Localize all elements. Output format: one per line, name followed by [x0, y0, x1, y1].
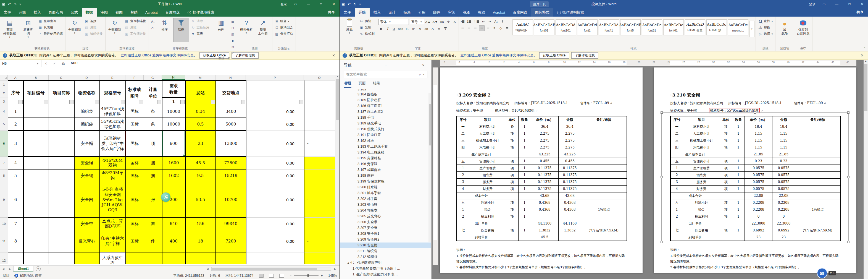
cell-m4[interactable]: 0.34 — [185, 105, 216, 118]
ribbon-button-剪切[interactable]: ✂剪切 — [358, 18, 376, 24]
nav-tab-页面[interactable]: 页面 — [359, 81, 366, 88]
scroll-left-icon[interactable]: ◀ — [204, 268, 211, 271]
nav-item-3.206 安全带[interactable]: 3.206 安全带 — [340, 219, 431, 225]
cell-n5[interactable]: 5000 — [216, 118, 246, 131]
cell-b8[interactable] — [24, 169, 49, 182]
cell-g12[interactable] — [144, 252, 162, 264]
cell-n9[interactable]: 10700 — [216, 182, 246, 217]
nav-item-3.193 电工绝缘手套[interactable]: 3.193 电工绝缘手套 — [340, 144, 431, 149]
filter-dropdown-icon[interactable] — [180, 100, 185, 104]
cell-h6[interactable]: 600 — [162, 131, 185, 157]
nav-item-3.188 手电[interactable]: 3.188 手电 — [340, 115, 431, 120]
word-tab-设计[interactable]: 设计 — [384, 8, 400, 17]
ribbon-button-refresh-all-2[interactable]: ↻全部刷新▾ — [106, 18, 123, 42]
nav-close-icon[interactable]: ✕ — [420, 64, 427, 67]
word-tab-插入[interactable]: 插入 — [370, 8, 384, 17]
cell-d8[interactable]: 安全绳 — [74, 169, 100, 182]
qat-more-icon[interactable]: ▾ — [359, 2, 361, 6]
cell-f6[interactable]: 国标 — [126, 131, 144, 157]
cell-e11[interactable]: 印有“中铁六局”字样 — [100, 230, 126, 252]
cell-a9[interactable]: 6 — [8, 182, 24, 217]
ribbon-button-高级[interactable]: ▼高级 — [190, 31, 211, 37]
cell-b7[interactable] — [24, 157, 49, 169]
vertical-ruler[interactable] — [433, 67, 438, 265]
nav-scrollbar[interactable] — [429, 93, 431, 242]
cell-p6[interactable]: 0.00 — [246, 131, 304, 157]
word-tab-文件[interactable]: 文件 — [340, 8, 355, 17]
row-header-3[interactable]: 3 — [0, 97, 8, 105]
normal-view-icon[interactable] — [259, 274, 264, 278]
nav-item-3.190 便携式头灯[interactable]: 3.190 便携式头灯 — [340, 127, 431, 132]
font-tool-icon[interactable]: A▼ — [432, 19, 438, 25]
close-icon[interactable]: ✕ — [858, 2, 866, 6]
sheet-prev-icon[interactable]: ◀ — [0, 266, 7, 272]
row-header-5[interactable]: 5 — [0, 118, 8, 131]
row-header-10[interactable]: 10 — [0, 217, 8, 230]
font-format-icon[interactable]: A — [436, 26, 442, 31]
cell-f11[interactable]: 国标 — [126, 230, 144, 252]
cell-f12[interactable] — [126, 252, 144, 264]
cell-m11[interactable]: 18 — [185, 230, 216, 252]
cell-q11[interactable]: - — [304, 230, 335, 252]
cell-n6[interactable]: 13800 — [216, 131, 246, 157]
cell-p9[interactable]: 0.00 — [246, 182, 304, 217]
selection-handle[interactable] — [660, 241, 663, 243]
cell-b11[interactable] — [24, 230, 49, 252]
cell-c12[interactable] — [49, 252, 74, 264]
excel-tab-公式[interactable]: 公式 — [67, 8, 82, 17]
cell-q6[interactable]: - — [304, 131, 335, 157]
nav-item-3.196 劳保鞋[interactable]: 3.196 劳保鞋 — [340, 161, 431, 167]
cell-e12[interactable]: 大浮力救生衣 — [100, 252, 126, 264]
cell-d5[interactable]: 编织袋 — [74, 118, 100, 131]
ribbon-mini-icon[interactable]: ◆ — [230, 38, 236, 44]
cell-h5[interactable]: 10000 — [162, 118, 185, 131]
cell-p5[interactable]: 0.00 — [246, 118, 304, 131]
nav-item-3.204 救生衣[interactable]: 3.204 救生衣 — [340, 208, 431, 214]
sheet-tab-sheet1[interactable]: Sheet1 — [13, 266, 33, 272]
floating-badge[interactable]: 58 2.6 — [817, 268, 836, 278]
name-box[interactable]: H6 ▼ — [0, 60, 41, 67]
paragraph-tool-icon[interactable]: •☰ — [460, 19, 465, 24]
cell-grid[interactable]: 1序号项目编号项目简称物资名称规格型号标准或 图号计量 单位需求 数量发站交货地… — [0, 80, 340, 264]
restore-icon[interactable]: □ — [845, 2, 854, 6]
cell-e5[interactable]: 55*95cm浅绿色加厚 — [100, 118, 126, 131]
row-header-9[interactable]: 9 — [0, 182, 8, 217]
page-layout-view-icon[interactable] — [269, 274, 274, 278]
cell-e4[interactable]: 45*77cm浅绿色加厚 — [100, 105, 126, 118]
column-header-H[interactable]: H — [162, 75, 185, 80]
cell-p7[interactable]: 0.00 — [246, 157, 304, 169]
nav-item-3.211 编织袋[interactable]: 3.211 编织袋 — [340, 248, 431, 254]
horizontal-ruler[interactable]: 8642246810121416182022242628303234363840… — [440, 60, 857, 66]
cell-d7[interactable]: 安全绳 — [74, 157, 100, 169]
filter-dropdown-icon[interactable] — [241, 100, 245, 104]
cell-e9[interactable]: 5公分 高强丝安全网 3*6m 2kg JCH-AQW-GQ3 — [100, 182, 126, 217]
excel-tab-share-button[interactable]: 共享 — [323, 8, 340, 17]
nav-item-七、代理商资质声明[interactable]: ◢七、代理商资质声明 — [340, 260, 431, 266]
row-header-4[interactable]: 4 — [0, 105, 8, 118]
ribbon-button-清除[interactable]: ✕清除 — [190, 18, 211, 24]
excel-tab-文件[interactable]: 文件 — [0, 8, 15, 17]
cell-a5[interactable]: 2 — [8, 118, 24, 131]
cell-b5[interactable] — [24, 118, 49, 131]
cell-c9[interactable] — [49, 182, 74, 217]
banner-link[interactable]: 立即通过正版 Office 避免中断并使文件保持安全。 — [461, 53, 537, 58]
column-header-G[interactable]: G — [144, 75, 162, 80]
new-sheet-icon[interactable]: + — [36, 266, 41, 271]
paragraph-tool-icon[interactable]: ⇥ — [487, 19, 493, 24]
cell-e7[interactable]: Φ16*20M双钩 — [100, 157, 126, 169]
paragraph-tool-icon[interactable]: ¶ — [500, 19, 505, 24]
cell-d12[interactable] — [74, 252, 100, 264]
minimize-icon[interactable]: — — [833, 2, 841, 6]
ribbon-display-options-icon[interactable]: ▭ — [291, 2, 300, 6]
collapse-triangle-icon[interactable]: ◢ — [347, 260, 349, 266]
font-format-icon[interactable]: 字 — [442, 26, 448, 31]
cell-c11[interactable] — [49, 230, 74, 252]
font-tool-icon[interactable]: Aa — [439, 19, 445, 25]
nav-item-3.207 安全绳[interactable]: 3.207 安全绳 — [340, 225, 431, 231]
column-header-N[interactable]: N — [215, 75, 246, 80]
get-genuine-office-button[interactable]: 获取正版 Office — [539, 52, 569, 59]
style-chip-font41[interactable]: AaBbCcDdfont41 — [599, 19, 619, 35]
selection-handle[interactable] — [660, 176, 663, 178]
style-chip-3级标题-...[interactable]: AaBbC3级标题-... — [513, 19, 533, 35]
collapse-ribbon-icon[interactable]: ⌃ — [863, 47, 866, 50]
